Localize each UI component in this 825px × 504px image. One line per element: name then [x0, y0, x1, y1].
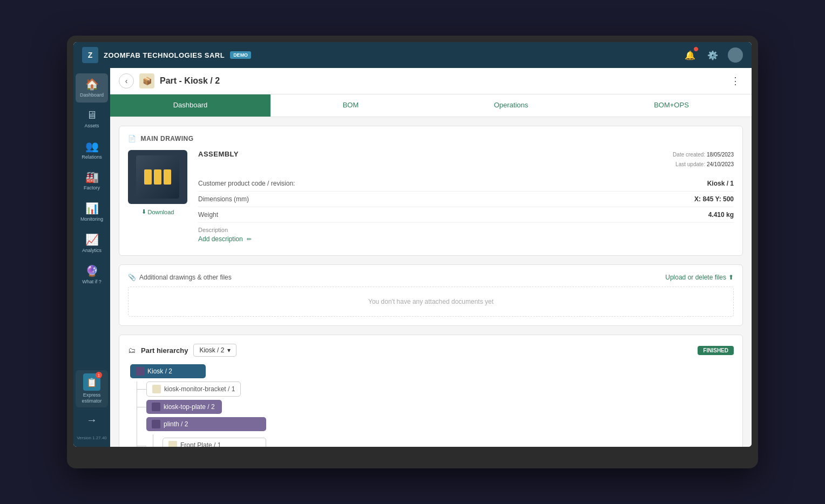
drawing-right: ASSEMBLY Date created: 18/05/2023 Last u… — [198, 150, 734, 247]
part-slots — [144, 169, 171, 185]
express-badge: 1 — [96, 372, 102, 378]
drawing-left: ⬇ Download — [128, 150, 187, 247]
customer-code-value: Kiosk / 1 — [707, 180, 734, 187]
back-button[interactable]: ‹ — [119, 73, 134, 88]
screen: Z ZOOMFAB TECHNOLOGIES SARL DEMO 🔔 ⚙️ 🏠 — [73, 42, 752, 447]
download-icon: ⬇ — [141, 208, 146, 215]
sidebar-item-dashboard[interactable]: 🏠 Dashboard — [76, 73, 108, 103]
last-update-row: Last update: 24/10/2023 — [673, 160, 734, 169]
part-hierarchy-card: 🗂 Part hierarchy Kiosk / 2 ▾ FINISHED — [119, 335, 743, 447]
sidebar-item-assets[interactable]: 🖥 Assets — [76, 105, 108, 133]
page-header: ‹ 📦 Part - Kiosk / 2 ⋮ — [110, 68, 752, 94]
description-row: Description Add description ✏ — [198, 223, 734, 247]
relations-icon: 👥 — [85, 140, 99, 153]
sidebar-item-relations[interactable]: 👥 Relations — [76, 135, 108, 165]
tab-operations[interactable]: Operations — [431, 94, 591, 117]
slot-1 — [144, 169, 152, 185]
weight-label: Weight — [198, 211, 218, 219]
front-plate-item: Front Plate / 1 — [163, 438, 266, 447]
more-options-button[interactable]: ⋮ — [728, 73, 743, 88]
tabs-bar: Dashboard BOM Operations BOM+OPS — [110, 94, 752, 117]
notification-icon[interactable]: 🔔 — [682, 47, 698, 63]
express-label: Express estimator — [78, 392, 106, 404]
description-col: Description Add description ✏ — [198, 227, 252, 243]
sidebar-item-whatif[interactable]: 🔮 What if ? — [76, 260, 108, 289]
page-title: Part - Kiosk / 2 — [160, 76, 722, 86]
sidebar-arrow-item[interactable]: → — [76, 410, 108, 432]
paperclip-icon: 📎 — [128, 274, 136, 281]
sidebar-label-factory: Factory — [84, 185, 100, 191]
nav-icons: 🔔 ⚙️ — [682, 47, 743, 63]
plinth-box[interactable]: plinth / 2 — [146, 417, 266, 431]
tree-child-top-plate: kiosk-top-plate / 2 — [146, 400, 734, 414]
logo-icon: Z — [82, 47, 98, 63]
main-layout: 🏠 Dashboard 🖥 Assets 👥 Relations 🏭 Facto… — [73, 68, 752, 447]
upload-icon: ⬆ — [728, 274, 734, 281]
content-area: ‹ 📦 Part - Kiosk / 2 ⋮ Dashboard BOM Ope… — [110, 68, 752, 447]
user-avatar[interactable] — [728, 47, 743, 63]
customer-code-label: Customer product code / revision: — [198, 180, 295, 187]
hierarchy-dropdown[interactable]: Kiosk / 2 ▾ — [193, 344, 236, 357]
part-hierarchy-tree: Kiosk / 2 kiosk-monitor-br — [128, 364, 734, 447]
date-info: Date created: 18/05/2023 Last update: 24… — [673, 150, 734, 169]
tree-root-box[interactable]: Kiosk / 2 — [130, 364, 206, 378]
files-section-header: 📎 Additional drawings & other files Uplo… — [128, 274, 734, 281]
assembly-title: ASSEMBLY — [198, 150, 239, 158]
tab-bom-ops[interactable]: BOM+OPS — [591, 94, 752, 117]
files-title: 📎 Additional drawings & other files — [128, 274, 232, 281]
add-description-link[interactable]: Add description ✏ — [198, 235, 252, 243]
sidebar-item-monitoring[interactable]: 📊 Monitoring — [76, 197, 108, 227]
express-icon: 📋 1 — [83, 373, 100, 391]
date-created-label: Date created: — [673, 152, 705, 158]
drawing-layout: ⬇ Download ASSEMBLY Date created: — [128, 150, 734, 247]
monitor-bracket-box[interactable]: kiosk-monitor-bracket / 1 — [146, 382, 241, 397]
factory-icon: 🏭 — [85, 171, 99, 183]
sidebar-label-analytics: Analytics — [82, 248, 102, 254]
date-created-row: Date created: 18/05/2023 — [673, 150, 734, 160]
front-plate-box[interactable]: Front Plate / 1 — [163, 438, 266, 447]
tree-children: kiosk-monitor-bracket / 1 kiosk-top-plat… — [130, 382, 734, 447]
top-plate-label: kiosk-top-plate / 2 — [164, 403, 215, 411]
assets-icon: 🖥 — [86, 109, 97, 121]
main-drawing-card: 📄 MAIN DRAWING — [119, 126, 743, 256]
sidebar-label-whatif: What if ? — [82, 279, 102, 285]
analytics-icon: 📈 — [85, 233, 99, 246]
weight-row: Weight 4.410 kg — [198, 207, 734, 223]
monitoring-icon: 📊 — [85, 202, 99, 215]
main-drawing-title: MAIN DRAWING — [141, 135, 194, 142]
plinth-subtree: plinth / 2 F — [146, 417, 266, 447]
date-created-value: 18/05/2023 — [707, 152, 734, 158]
logo-area: Z ZOOMFAB TECHNOLOGIES SARL DEMO — [82, 47, 251, 63]
notification-badge — [693, 46, 699, 52]
settings-icon[interactable]: ⚙️ — [705, 47, 720, 63]
dimensions-value: X: 845 Y: 500 — [694, 195, 734, 203]
plinth-icon — [152, 420, 160, 428]
upload-link[interactable]: Upload or delete files ⬆ — [665, 274, 734, 281]
files-title-text: Additional drawings & other files — [139, 274, 232, 281]
plinth-children: Front Plate / 1 — [146, 434, 266, 447]
tree-child-plinth: plinth / 2 F — [146, 417, 734, 447]
top-plate-box[interactable]: kiosk-top-plate / 2 — [146, 400, 222, 414]
finished-badge: FINISHED — [698, 346, 734, 355]
sidebar-item-analytics[interactable]: 📈 Analytics — [76, 229, 108, 258]
download-link[interactable]: ⬇ Download — [141, 208, 174, 215]
monitor-bracket-icon — [152, 385, 161, 393]
sidebar-label-dashboard: Dashboard — [80, 92, 104, 98]
inner-content: 📄 MAIN DRAWING — [110, 117, 752, 447]
slot-3 — [164, 169, 171, 185]
hierarchy-header: 🗂 Part hierarchy Kiosk / 2 ▾ FINISHED — [128, 344, 734, 357]
version-label: Version 1.27.40 — [75, 433, 109, 442]
edit-description-icon[interactable]: ✏ — [247, 236, 252, 242]
download-label: Download — [148, 209, 174, 215]
express-estimator-item[interactable]: 📋 1 Express estimator — [76, 370, 108, 407]
additional-files-card: 📎 Additional drawings & other files Uplo… — [119, 264, 743, 326]
main-drawing-header: 📄 MAIN DRAWING — [128, 135, 734, 142]
front-plate-subtree: Front Plate / 1 — [163, 438, 266, 447]
company-name: ZOOMFAB TECHNOLOGIES SARL — [104, 51, 225, 59]
front-plate-icon — [168, 441, 177, 447]
tree-child-monitor-bracket: kiosk-monitor-bracket / 1 — [146, 382, 734, 397]
tab-dashboard[interactable]: Dashboard — [110, 94, 271, 117]
chevron-down-icon: ▾ — [227, 346, 231, 354]
sidebar-item-factory[interactable]: 🏭 Factory — [76, 166, 108, 195]
tab-bom[interactable]: BOM — [271, 94, 431, 117]
